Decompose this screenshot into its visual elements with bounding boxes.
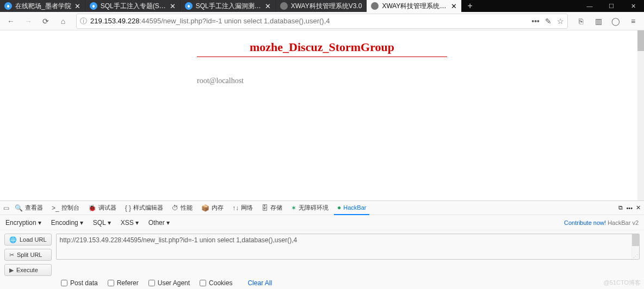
- toolbar-right: ⎘ ▥ ◯ ≡: [573, 14, 641, 29]
- bookmark-star-icon[interactable]: ☆: [557, 17, 564, 26]
- devtools-close-icon[interactable]: ✕: [636, 204, 641, 211]
- tab-0-favicon: [4, 2, 12, 10]
- devtab-hackbar[interactable]: ●HackBar: [334, 201, 369, 215]
- hackbar-main: 🌐Load URL ✂Split URL ▶Execute http://219…: [0, 230, 644, 278]
- address-bar: ← → ⟳ ⌂ ⓘ 219.153.49.228:44595/new_list.…: [0, 12, 644, 30]
- devtab-performance[interactable]: ⏱性能: [169, 201, 196, 215]
- hb-check-referer[interactable]: Referer: [108, 279, 139, 287]
- tab-1-label: SQL手工注入专题(SQL Injecti: [101, 2, 166, 11]
- tab-3-label: XWAY科技管理系统V3.0: [291, 2, 362, 11]
- hb-menu-encryption[interactable]: Encryption▾: [5, 219, 41, 227]
- devtab-inspector[interactable]: 🔍查看器: [11, 201, 46, 215]
- minimize-button[interactable]: —: [579, 0, 600, 12]
- tab-1-favicon: [90, 2, 97, 10]
- devtab-memory[interactable]: 📦内存: [198, 201, 227, 215]
- devtab-network[interactable]: ↑↓网络: [229, 201, 256, 215]
- hb-contribute-link[interactable]: Contribute now!: [564, 219, 606, 226]
- site-info-icon[interactable]: ⓘ: [80, 16, 87, 26]
- scissors-icon: ✂: [9, 252, 14, 259]
- hb-url-textarea[interactable]: http://219.153.49.228:44595/new_list.php…: [56, 234, 640, 260]
- tab-4-close-icon[interactable]: ✕: [451, 3, 457, 10]
- tab-4[interactable]: XWAY科技管理系统V3.0 ✕: [367, 0, 462, 12]
- new-tab-button[interactable]: +: [462, 1, 478, 11]
- devtab-accessibility[interactable]: ✶无障碍环境: [288, 201, 332, 215]
- devtab-storage[interactable]: 🗄存储: [258, 201, 286, 215]
- hb-check-useragent[interactable]: User Agent: [148, 279, 190, 287]
- devtools-tabs: ▭ 🔍查看器 >_控制台 🐞调试器 { }样式编辑器 ⏱性能 📦内存 ↑↓网络 …: [0, 201, 644, 215]
- close-window-button[interactable]: ✕: [622, 0, 644, 12]
- browser-tabs-bar: 在线靶场_墨者学院 ✕ SQL手工注入专题(SQL Injecti ✕ SQL手…: [0, 0, 644, 12]
- page-title-wrap: mozhe_Discuz_StormGroup: [197, 40, 447, 57]
- hackbar-menus: Encryption▾ Encoding▾ SQL▾ XSS▾ Other▾ C…: [0, 215, 644, 230]
- hb-clear-all-link[interactable]: Clear All: [247, 279, 272, 287]
- url-actions: ••• ✎ ☆: [531, 17, 564, 26]
- url-box[interactable]: ⓘ 219.153.49.228:44595/new_list.php?id=-…: [76, 14, 568, 29]
- devtools-dock-icon[interactable]: ▭: [3, 204, 9, 212]
- tab-3-favicon: [280, 2, 288, 10]
- tab-0-label: 在线靶场_墨者学院: [15, 2, 71, 11]
- hb-load-url-button[interactable]: 🌐Load URL: [4, 234, 52, 246]
- devtab-debugger[interactable]: 🐞调试器: [85, 201, 120, 215]
- hb-menu-encoding[interactable]: Encoding▾: [51, 219, 83, 227]
- hb-textarea-resize-grip[interactable]: ⋰: [631, 254, 639, 259]
- hb-menu-xss[interactable]: XSS▾: [121, 219, 139, 227]
- reader-mode-icon[interactable]: ✎: [545, 17, 552, 26]
- page-actions-icon[interactable]: •••: [531, 17, 540, 26]
- account-icon[interactable]: ◯: [608, 14, 623, 29]
- tab-2-favicon: [185, 2, 193, 10]
- back-button[interactable]: ←: [3, 14, 18, 29]
- hackbar-options-row: Post data Referer User Agent Cookies Cle…: [0, 278, 644, 289]
- tab-2-close-icon[interactable]: ✕: [265, 3, 271, 10]
- devtools-more-icon[interactable]: •••: [626, 205, 633, 211]
- hb-execute-button[interactable]: ▶Execute: [4, 264, 52, 276]
- maximize-button[interactable]: ☐: [600, 0, 622, 12]
- tab-3[interactable]: XWAY科技管理系统V3.0: [276, 0, 367, 12]
- tab-2[interactable]: SQL手工注入漏洞测试(MySQL ✕: [181, 0, 276, 12]
- tab-1-close-icon[interactable]: ✕: [170, 3, 176, 10]
- sidebar-toggle-icon[interactable]: ▥: [591, 14, 606, 29]
- window-controls: — ☐ ✕: [579, 0, 644, 12]
- hb-menu-other[interactable]: Other▾: [148, 219, 170, 227]
- hb-check-postdata[interactable]: Post data: [61, 279, 98, 287]
- home-button[interactable]: ⌂: [55, 14, 71, 29]
- hb-brand: HackBar v2: [608, 219, 639, 226]
- app-menu-icon[interactable]: ≡: [626, 14, 641, 29]
- tab-1[interactable]: SQL手工注入专题(SQL Injecti ✕: [85, 0, 181, 12]
- devtab-console[interactable]: >_控制台: [48, 201, 83, 215]
- tab-0-close-icon[interactable]: ✕: [75, 3, 81, 10]
- play-icon: ▶: [9, 267, 14, 274]
- globe-icon: 🌐: [9, 236, 17, 243]
- devtools-open-window-icon[interactable]: ⧉: [618, 204, 623, 211]
- page-content: mozhe_Discuz_StormGroup root@localhost: [0, 30, 644, 200]
- library-icon[interactable]: ⎘: [573, 14, 589, 29]
- hb-check-cookies[interactable]: Cookies: [200, 279, 232, 287]
- reload-button[interactable]: ⟳: [38, 14, 53, 29]
- tab-0[interactable]: 在线靶场_墨者学院 ✕: [0, 0, 85, 12]
- hb-menu-sql[interactable]: SQL▾: [93, 219, 111, 227]
- url-text: 219.153.49.228:44595/new_list.php?id=-1 …: [90, 17, 330, 25]
- tab-4-favicon: [371, 2, 379, 10]
- hb-split-url-button[interactable]: ✂Split URL: [4, 249, 52, 261]
- content-scrollbar[interactable]: [637, 30, 644, 200]
- page-user-text: root@localhost: [197, 77, 447, 85]
- watermark: @51CTO博客: [604, 279, 641, 287]
- devtools-panel: ▭ 🔍查看器 >_控制台 🐞调试器 { }样式编辑器 ⏱性能 📦内存 ↑↓网络 …: [0, 200, 644, 289]
- page-title: mozhe_Discuz_StormGroup: [250, 40, 394, 54]
- tab-2-label: SQL手工注入漏洞测试(MySQL: [196, 2, 262, 11]
- devtab-style-editor[interactable]: { }样式编辑器: [122, 201, 166, 215]
- forward-button[interactable]: →: [21, 14, 36, 29]
- tab-4-label: XWAY科技管理系统V3.0: [382, 2, 448, 11]
